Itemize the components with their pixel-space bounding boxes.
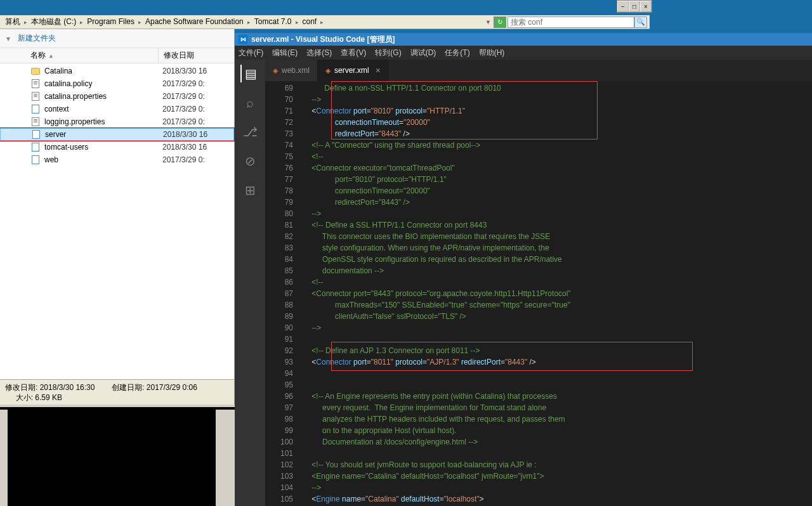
code-line[interactable]: <Engine name="Catalina" defaultHost="loc…: [303, 470, 812, 482]
file-row[interactable]: Catalina2018/3/30 16: [0, 65, 234, 77]
debug-icon[interactable]: ⊘: [241, 152, 259, 170]
refresh-button[interactable]: ↻: [494, 16, 506, 28]
line-number: 75: [265, 151, 293, 162]
code-line[interactable]: This connector uses the BIO implementati…: [303, 231, 812, 242]
file-row[interactable]: server2018/3/30 16: [0, 128, 234, 141]
code-line[interactable]: <!--: [303, 151, 812, 162]
column-name[interactable]: 名称▲: [0, 48, 159, 63]
breadcrumb-segment[interactable]: Program Files: [84, 17, 137, 26]
line-number: 95: [265, 379, 293, 391]
source-control-icon[interactable]: ⎇: [241, 123, 259, 141]
code-line[interactable]: port="8010" protocol="HTTP/1.1": [303, 174, 812, 185]
xml-icon: [30, 104, 41, 114]
window-controls: − □ ×: [617, 0, 652, 13]
code-line[interactable]: [303, 448, 812, 459]
breadcrumb-segment[interactable]: 本地磁盘 (C:): [29, 17, 79, 26]
menu-item[interactable]: 调试(D): [410, 48, 436, 58]
minimize-button[interactable]: −: [617, 1, 629, 12]
vscode-menu-bar[interactable]: 文件(F)编辑(E)选择(S)查看(V)转到(G)调试(D)任务(T)帮助(H): [235, 46, 812, 60]
line-number: 83: [265, 242, 293, 254]
breadcrumb-segment[interactable]: Apache Software Foundation: [143, 17, 246, 26]
code-line[interactable]: connectionTimeout="20000": [303, 185, 812, 197]
chevron-right-icon[interactable]: ▸: [294, 19, 300, 25]
breadcrumb-segment[interactable]: Tomcat 7.0: [252, 17, 294, 26]
file-row[interactable]: context2017/3/29 0:: [0, 103, 234, 115]
code-line[interactable]: <Engine name="Catalina" defaultHost="loc…: [303, 493, 812, 505]
code-line[interactable]: <Connector executor="tomcatThreadPool": [303, 162, 812, 174]
code-line[interactable]: <Connector port="8443" protocol="org.apa…: [303, 288, 812, 299]
menu-item[interactable]: 转到(G): [375, 48, 401, 58]
chevron-right-icon[interactable]: ▸: [137, 19, 143, 25]
code-editor[interactable]: 6970717273747576777879808182838485868788…: [265, 81, 812, 506]
file-row[interactable]: logging.properties2017/3/29 0:: [0, 115, 234, 128]
code-line[interactable]: -->: [303, 482, 812, 493]
code-line[interactable]: <!-- You should set jvmRoute to support …: [303, 459, 812, 470]
code-line[interactable]: <!-- Define a SSL HTTP/1.1 Connector on …: [303, 219, 812, 231]
search-button[interactable]: 🔍: [634, 16, 647, 28]
line-number: 98: [265, 413, 293, 425]
search-input[interactable]: [508, 16, 634, 28]
doc-icon: [30, 117, 41, 127]
chevron-right-icon[interactable]: ▸: [319, 19, 325, 25]
file-row[interactable]: tomcat-users2018/3/30 16: [0, 141, 234, 153]
line-number: 77: [265, 174, 293, 185]
file-date: 2018/3/30 16: [162, 67, 207, 75]
breadcrumb-segment[interactable]: 算机: [3, 17, 23, 26]
line-number: 89: [265, 311, 293, 322]
line-number: 84: [265, 254, 293, 265]
explorer-icon[interactable]: ▤: [240, 65, 258, 82]
code-line[interactable]: <!-- An Engine represents the entry poin…: [303, 391, 812, 402]
menu-item[interactable]: 任务(T): [445, 48, 469, 58]
file-row[interactable]: catalina.policy2017/3/29 0:: [0, 77, 234, 90]
code-line[interactable]: documentation -->: [303, 265, 812, 276]
code-line[interactable]: Documentation at /docs/config/engine.htm…: [303, 436, 812, 448]
vscode-logo-icon: ⋈: [239, 35, 247, 44]
line-number: 96: [265, 391, 293, 402]
chevron-right-icon[interactable]: ▸: [246, 19, 252, 25]
sort-indicator-icon: ▲: [48, 53, 54, 59]
code-line[interactable]: -->: [303, 208, 812, 219]
menu-item[interactable]: 编辑(E): [272, 48, 298, 58]
code-line[interactable]: style configuration. When using the APR/…: [303, 242, 812, 254]
close-button[interactable]: ×: [640, 1, 652, 12]
editor-tab[interactable]: ◈web.xml: [265, 60, 318, 81]
extensions-icon[interactable]: ⊞: [241, 181, 259, 199]
code-line[interactable]: redirectPort="8443" />: [303, 197, 812, 208]
line-number: 93: [265, 356, 293, 368]
file-row[interactable]: catalina.properties2017/3/29 0:: [0, 90, 234, 103]
search-field[interactable]: [511, 18, 631, 27]
code-line[interactable]: analyzes the HTTP headers included with …: [303, 413, 812, 425]
code-line[interactable]: maxThreads="150" SSLEnabled="true" schem…: [303, 299, 812, 311]
menu-item[interactable]: 文件(F): [239, 48, 263, 58]
menu-item[interactable]: 帮助(H): [479, 48, 505, 58]
line-number: 81: [265, 219, 293, 231]
scrollbar[interactable]: [222, 410, 235, 506]
maximize-button[interactable]: □: [629, 1, 640, 12]
new-folder-button[interactable]: 新建文件夹: [18, 33, 56, 44]
menu-item[interactable]: 选择(S): [306, 48, 332, 58]
code-line[interactable]: on to the appropriate Host (virtual host…: [303, 425, 812, 436]
code-line[interactable]: [303, 379, 812, 391]
chevron-right-icon[interactable]: ▸: [79, 19, 84, 25]
menu-item[interactable]: 查看(V): [341, 48, 366, 58]
code-line[interactable]: every request. The Engine implementation…: [303, 402, 812, 413]
code-area[interactable]: Define a non-SSL HTTP/1.1 Connector on p…: [303, 81, 812, 506]
breadcrumb-dropdown-icon[interactable]: ▼: [484, 19, 492, 25]
column-date[interactable]: 修改日期: [159, 48, 234, 63]
code-line[interactable]: -->: [303, 322, 812, 334]
chevron-right-icon[interactable]: ▸: [23, 19, 29, 25]
search-icon[interactable]: ⌕: [241, 94, 259, 112]
line-number: 88: [265, 299, 293, 311]
tab-close-icon[interactable]: ×: [376, 65, 381, 75]
tab-label: server.xml: [334, 66, 369, 75]
code-line[interactable]: clientAuth="false" sslProtocol="TLS" />: [303, 311, 812, 322]
code-line[interactable]: OpenSSL style configuration is required …: [303, 254, 812, 265]
editor-tab[interactable]: ◈server.xml×: [318, 60, 389, 81]
breadcrumb-segment[interactable]: conf: [300, 17, 320, 26]
line-number: 91: [265, 334, 293, 345]
code-line[interactable]: <!--: [303, 276, 812, 288]
file-row[interactable]: web2017/3/29 0:: [0, 153, 234, 166]
breadcrumb-path[interactable]: 算机▸本地磁盘 (C:)▸Program Files▸Apache Softwa…: [3, 16, 325, 27]
code-line[interactable]: <!-- A "Connector" using the shared thre…: [303, 139, 812, 151]
line-number: 92: [265, 345, 293, 356]
